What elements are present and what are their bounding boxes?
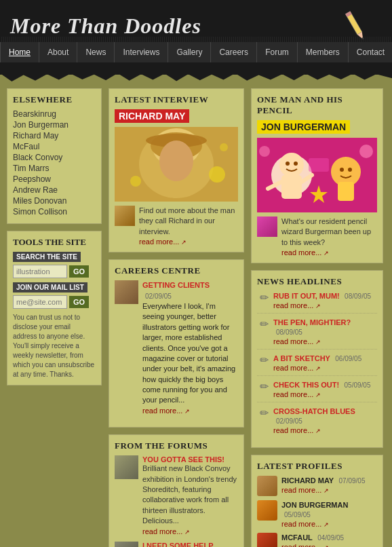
profile-avatar-2	[257, 533, 277, 547]
nav-contact[interactable]: Contact	[349, 42, 392, 62]
profile-item-0: RICHARD MAY 07/09/05 read more...	[257, 476, 377, 496]
news-date-3: 05/09/05	[345, 381, 371, 389]
elsewhere-link[interactable]: Peepshow	[13, 174, 51, 184]
news-row-2: ✏ A BIT SKETCHY 06/09/05 read more...	[257, 354, 377, 373]
elsewhere-link[interactable]: Andrew Rae	[13, 185, 58, 195]
interview-read-more[interactable]: read more...	[139, 238, 187, 246]
profile-item-2: MCFAUL 04/09/05 read more...	[257, 533, 377, 547]
news-read-more-1[interactable]: read more...	[273, 337, 321, 345]
news-row-4: ✏ CROSS-HATCH BLUES 02/09/05 read more..…	[257, 407, 377, 435]
right-column: One man and his pencil JON BURGERMAN	[251, 88, 383, 547]
news-title-4: CROSS-HATCH BLUES	[273, 407, 355, 415]
news-date-1: 08/09/05	[276, 328, 302, 336]
interview-thumbnail	[115, 206, 135, 226]
profile-name-0: RICHARD MAY	[281, 476, 334, 485]
main-content: Elsewhere Bearskinrug Jon Burgerman Rich…	[0, 75, 392, 547]
svg-point-15	[279, 153, 304, 177]
elsewhere-link[interactable]: Simon Collison	[13, 207, 67, 216]
nav-forum[interactable]: Forum	[257, 42, 298, 62]
elsewhere-link[interactable]: Black Convoy	[13, 153, 62, 162]
nav-members[interactable]: Members	[298, 42, 349, 62]
news-content-4: CROSS-HATCH BLUES 02/09/05 read more...	[273, 407, 377, 435]
profiles-panel: Latest Profiles RICHARD MAY 07/09/05 rea…	[251, 455, 383, 547]
news-section-title: News Headlines	[257, 276, 377, 287]
careers-read-more[interactable]: read more...	[142, 407, 190, 415]
forum-item-text-0: Brilliant new Black Convoy exhibition in…	[142, 464, 238, 526]
elsewhere-link[interactable]: Miles Donovan	[13, 196, 66, 206]
news-item-3: ✏ CHECK THIS OUT! 05/09/05 read more...	[257, 380, 377, 402]
news-item-1: ✏ THE PEN, MIGHTIER? 08/09/05 read more.…	[257, 318, 377, 350]
profile-read-more-2[interactable]: read more...	[281, 543, 329, 547]
interview-section-title: Latest Interview	[115, 94, 238, 105]
list-item: Simon Collison	[13, 207, 96, 216]
middle-column: Latest Interview RICHARD MAY	[109, 88, 244, 547]
search-input[interactable]	[13, 265, 67, 278]
pencil-thumbnail	[257, 216, 277, 237]
search-row: GO	[13, 265, 96, 278]
interview-thumb-row: Find out more about the man they call Ri…	[115, 206, 238, 246]
search-go-button[interactable]: GO	[69, 265, 89, 278]
careers-item-date: 02/09/05	[145, 293, 172, 300]
list-item: Black Convoy	[13, 153, 96, 162]
profile-info-1: JON BURGERMAN 05/09/05 read more...	[281, 500, 377, 529]
profile-date-1: 05/09/05	[284, 511, 311, 518]
svg-point-23	[340, 168, 344, 172]
news-read-more-2[interactable]: read more...	[273, 364, 321, 372]
forum-item-1: I NEED SOME HELP Hi all, I'm trying to p…	[115, 542, 238, 547]
tools-panel: Tools The Site SEARCH THE SITE GO JOIN O…	[7, 231, 102, 385]
profile-read-more-1[interactable]: read more...	[281, 520, 329, 528]
main-nav: Home About News Interviews Gallery Caree…	[0, 42, 392, 62]
elsewhere-link[interactable]: Jon Burgerman	[13, 120, 68, 130]
elsewhere-link[interactable]: McFaul	[13, 142, 39, 151]
news-content-0: RUB IT OUT, MUM! 08/09/05 read more...	[273, 291, 371, 310]
elsewhere-title: Elsewhere	[13, 94, 96, 105]
profile-name-2: MCFAUL	[281, 533, 313, 542]
news-row-1: ✏ THE PEN, MIGHTIER? 08/09/05 read more.…	[257, 318, 377, 346]
svg-point-9	[159, 140, 193, 181]
list-item: Jon Burgerman	[13, 120, 96, 130]
mail-go-button[interactable]: GO	[69, 296, 89, 308]
nav-careers[interactable]: Careers	[211, 42, 257, 62]
profile-date-2: 04/09/05	[317, 534, 344, 542]
profile-date-0: 07/09/05	[339, 477, 366, 485]
news-date-0: 08/09/05	[345, 293, 371, 300]
nav-about[interactable]: About	[39, 42, 77, 62]
nav-gallery[interactable]: Gallery	[168, 42, 211, 62]
svg-point-25	[359, 145, 373, 158]
pencil-read-more[interactable]: read more...	[281, 248, 329, 257]
nav-news[interactable]: News	[77, 42, 115, 62]
list-item: McFaul	[13, 142, 96, 151]
news-read-more-0[interactable]: read more...	[273, 301, 321, 309]
nav-interviews[interactable]: Interviews	[115, 42, 168, 62]
elsewhere-panel: Elsewhere Bearskinrug Jon Burgerman Rich…	[7, 88, 102, 224]
elsewhere-link[interactable]: Richard May	[13, 131, 58, 140]
careers-item-text: Everywhere I look, I'm seeing younger, b…	[142, 302, 235, 404]
forum-item-title-0: YOU GOTTA SEE THIS!	[142, 455, 238, 464]
news-read-more-3[interactable]: read more...	[273, 390, 321, 398]
elsewhere-link[interactable]: Bearskinrug	[13, 109, 56, 119]
forum-thumbnail-1	[115, 542, 138, 547]
news-bullet-0: ✏	[257, 291, 271, 303]
careers-item: GETTING CLIENTS 02/09/05 Everywhere I lo…	[115, 280, 238, 416]
pencil-section-title: One man and his pencil	[257, 94, 377, 116]
forum-read-more-0[interactable]: read more...	[142, 527, 190, 535]
news-title-2: A BIT SKETCHY	[273, 354, 330, 362]
news-date-2: 06/09/05	[335, 355, 361, 362]
nav-home[interactable]: Home	[0, 42, 39, 62]
email-input[interactable]	[13, 295, 67, 309]
mail-label: JOIN OUR MAIL LIST	[13, 282, 87, 293]
news-title-0: RUB IT OUT, MUM!	[273, 292, 340, 300]
interview-subject-name: RICHARD MAY	[115, 109, 189, 123]
header: More Than Doodles	[0, 0, 392, 42]
profile-info-2: MCFAUL 04/09/05 read more...	[281, 533, 344, 547]
elsewhere-link[interactable]: Tim Marrs	[13, 164, 50, 173]
news-read-more-4[interactable]: read more...	[273, 426, 321, 434]
news-bullet-1: ✏	[257, 318, 271, 330]
profile-read-more-0[interactable]: read more...	[281, 486, 329, 494]
list-item: Miles Donovan	[13, 196, 96, 206]
careers-panel: Careers Centre GETTING CLIENTS 02/09/05 …	[109, 259, 244, 428]
elsewhere-list: Bearskinrug Jon Burgerman Richard May Mc…	[13, 109, 96, 216]
careers-content: GETTING CLIENTS 02/09/05 Everywhere I lo…	[142, 280, 238, 416]
news-bullet-2: ✏	[257, 354, 271, 366]
interview-panel: Latest Interview RICHARD MAY	[109, 88, 244, 252]
